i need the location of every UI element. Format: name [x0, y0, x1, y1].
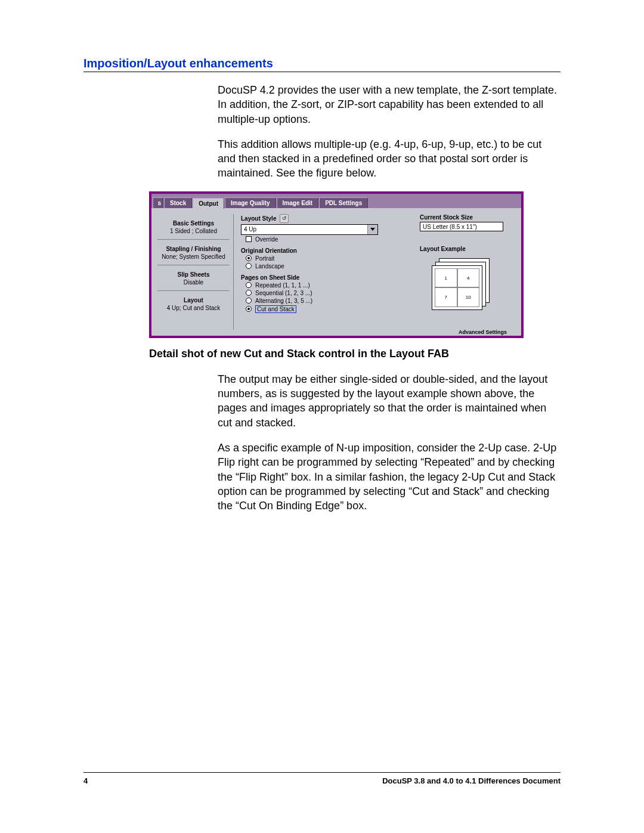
section-heading: Imposition/Layout enhancements: [83, 57, 561, 72]
footer-title: DocuSP 3.8 and 4.0 to 4.1 Differences Do…: [382, 776, 561, 785]
alternating-radio[interactable]: [246, 298, 252, 304]
layout-cell: 7: [435, 287, 457, 307]
page-number: 4: [83, 776, 88, 785]
alternating-label: Alternating (1, 3, 5 ...): [255, 298, 312, 304]
tab-pdl-settings[interactable]: PDL Settings: [319, 197, 368, 208]
layout-center-column: Layout Style ↺ 4 Up Override Original Or…: [234, 214, 415, 330]
override-checkbox[interactable]: [246, 236, 252, 242]
portrait-label: Portrait: [255, 255, 274, 262]
override-label: Override: [255, 236, 278, 243]
repeated-label: Repeated (1, 1, 1 ...): [255, 282, 310, 289]
landscape-label: Landscape: [255, 263, 284, 270]
sidebar-basic-value: 1 Sided ; Collated: [157, 228, 230, 234]
sequential-radio[interactable]: [246, 290, 252, 296]
advanced-settings-label: Advanced Settings: [459, 329, 507, 335]
page-footer: 4 DocuSP 3.8 and 4.0 to 4.1 Differences …: [83, 772, 561, 785]
chevron-down-icon[interactable]: [367, 225, 377, 234]
tab-stock[interactable]: Stock: [164, 197, 192, 208]
portrait-radio[interactable]: [246, 255, 252, 261]
sidebar-slip-value: Disable: [157, 279, 230, 286]
screenshot-panel: s Stock Output Image Quality Image Edit …: [149, 191, 524, 338]
cut-and-stack-radio[interactable]: [246, 306, 252, 312]
body-paragraph: As a specific example of N-up imposition…: [218, 441, 561, 513]
body-paragraph: DocuSP 4.2 provides the user with a new …: [218, 83, 561, 126]
layout-style-label: Layout Style: [241, 215, 276, 222]
right-column: Current Stock Size US Letter (8.5 x 11")…: [415, 214, 515, 330]
layout-style-combo[interactable]: 4 Up: [241, 224, 378, 235]
sidebar-stapling-value: None; System Specified: [157, 253, 230, 260]
landscape-radio[interactable]: [246, 263, 252, 269]
figure-caption: Detail shot of new Cut and Stack control…: [149, 348, 561, 360]
tab-image-edit[interactable]: Image Edit: [277, 197, 319, 208]
layout-cell: 1: [435, 268, 457, 288]
layout-cell: 10: [457, 287, 480, 307]
tab-bar: s Stock Output Image Quality Image Edit …: [151, 194, 521, 208]
sidebar-stapling-heading: Stapling / Finishing: [157, 246, 230, 252]
cut-and-stack-label: Cut and Stack: [255, 305, 296, 313]
layout-example-diagram: 1 4 7 10: [432, 258, 503, 312]
layout-cell: 4: [457, 268, 480, 288]
layout-style-value: 4 Up: [244, 226, 256, 233]
sidebar-basic-heading: Basic Settings: [157, 220, 230, 227]
sidebar-layout-value: 4 Up; Cut and Stack: [157, 305, 230, 311]
sequential-label: Sequential (1, 2, 3 ...): [255, 290, 312, 296]
repeated-radio[interactable]: [246, 282, 252, 288]
reset-icon[interactable]: ↺: [280, 214, 289, 223]
sidebar: Basic Settings 1 Sided ; Collated Stapli…: [157, 214, 234, 330]
current-stock-size-label: Current Stock Size: [420, 214, 515, 221]
sidebar-slip-heading: Slip Sheets: [157, 271, 230, 278]
body-paragraph: The output may be either single-sided or…: [218, 372, 561, 430]
tab-output[interactable]: Output: [193, 198, 224, 209]
body-paragraph: This addition allows multiple-up (e.g. 4…: [218, 137, 561, 181]
tab-partial[interactable]: s: [153, 197, 163, 208]
pages-on-sheet-label: Pages on Sheet Side: [241, 274, 408, 281]
orientation-group-label: Original Orientation: [241, 247, 408, 254]
current-stock-size-value: US Letter (8.5 x 11"): [420, 222, 503, 231]
tab-image-quality[interactable]: Image Quality: [225, 197, 276, 208]
layout-example-label: Layout Example: [420, 246, 515, 252]
sidebar-layout-heading: Layout: [157, 297, 230, 304]
